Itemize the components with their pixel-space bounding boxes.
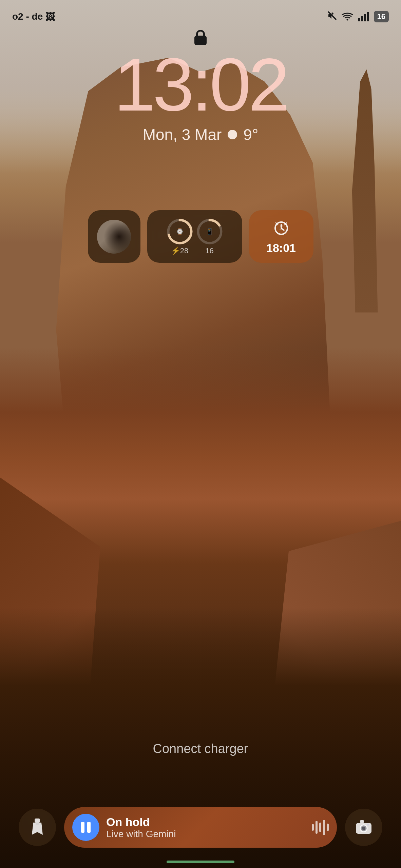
camera-icon [355, 819, 372, 836]
svg-point-11 [280, 224, 283, 227]
phone-battery-label: 16 [205, 246, 213, 255]
bottom-bar: On hold Live with Gemini [0, 807, 401, 848]
media-waveform [312, 820, 329, 835]
camera-button[interactable] [345, 809, 382, 846]
connect-charger-notification: Connect charger [0, 742, 401, 756]
moon-shadow [97, 220, 131, 254]
alarm-icon [272, 218, 290, 239]
flashlight-button[interactable] [19, 809, 56, 846]
wave-bar-3 [319, 823, 321, 832]
watch-battery: ⌚ ⚡28 [166, 218, 193, 255]
status-left: o2 - de 🖼 [12, 11, 55, 22]
phone-battery: 📱 16 [196, 218, 223, 255]
status-right: 16 [327, 11, 389, 23]
temperature-label: 9° [243, 125, 258, 144]
lock-screen: o2 - de 🖼 [0, 0, 401, 868]
watch-ring-container: ⌚ [166, 218, 193, 245]
moon-widget[interactable] [88, 210, 140, 263]
svg-rect-17 [360, 820, 364, 823]
widgets-row: ⌚ ⚡28 📱 16 [0, 210, 401, 263]
wave-bar-2 [316, 821, 318, 834]
wave-bar-5 [327, 824, 329, 831]
svg-rect-12 [35, 818, 40, 823]
watch-battery-label: ⚡28 [171, 246, 188, 255]
battery-percent-label: 16 [377, 12, 385, 21]
alarm-time-label: 18:01 [266, 241, 296, 255]
clock-time: 13:02 [0, 47, 401, 122]
time-display: 13:02 Mon, 3 Mar 9° [0, 47, 401, 144]
wifi-icon [342, 11, 353, 22]
mute-icon [327, 11, 337, 23]
media-status-label: On hold [106, 815, 305, 829]
battery-indicator: 16 [374, 11, 389, 22]
phone-ring-container: 📱 [196, 218, 223, 245]
weather-dot [228, 130, 237, 139]
phone-icon-symbol: 📱 [206, 228, 213, 235]
image-icon: 🖼 [45, 11, 55, 22]
pause-bar-left [81, 822, 84, 833]
wave-bar-1 [312, 824, 314, 831]
status-bar: o2 - de 🖼 [0, 0, 401, 27]
pause-icon [81, 822, 91, 833]
wave-bar-4 [323, 820, 325, 835]
watch-battery-center: ⌚ [176, 228, 184, 235]
svg-point-18 [367, 824, 369, 826]
watch-icon-symbol: ⌚ [176, 228, 184, 235]
media-play-pause-button[interactable] [72, 814, 99, 841]
svg-rect-13 [36, 823, 39, 825]
pause-bar-right [87, 822, 91, 833]
battery-widget[interactable]: ⌚ ⚡28 📱 16 [147, 210, 242, 263]
alarm-widget[interactable]: 18:01 [249, 210, 313, 263]
home-indicator [167, 861, 234, 863]
flashlight-icon [29, 818, 45, 837]
media-title-label: Live with Gemini [106, 829, 305, 840]
media-info: On hold Live with Gemini [106, 815, 305, 840]
lock-shackle [196, 30, 205, 36]
svg-point-1 [346, 19, 348, 21]
signal-bars [358, 12, 369, 21]
media-widget[interactable]: On hold Live with Gemini [64, 807, 337, 848]
alarm-svg [272, 218, 290, 236]
date-weather-row: Mon, 3 Mar 9° [0, 125, 401, 144]
date-label: Mon, 3 Mar [143, 125, 222, 144]
svg-point-16 [362, 827, 365, 830]
moon-visual [97, 220, 131, 254]
phone-battery-center: 📱 [206, 228, 213, 235]
carrier-label: o2 - de [12, 11, 43, 22]
